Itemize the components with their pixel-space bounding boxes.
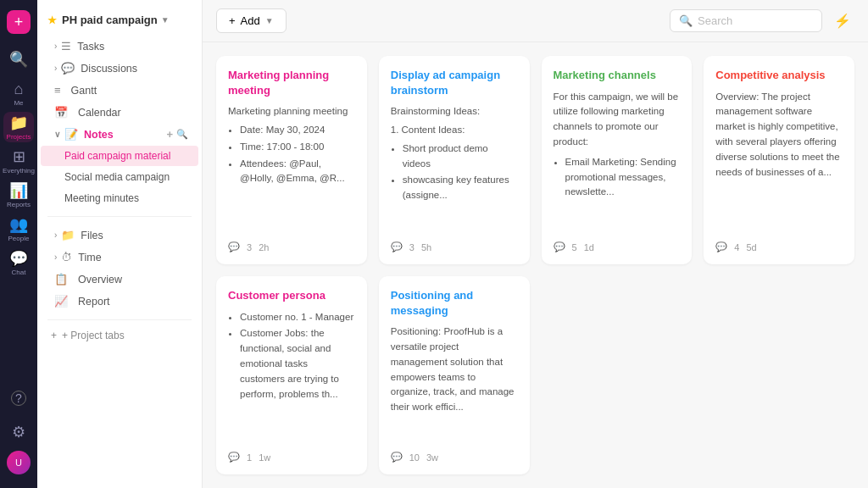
notes-label: Notes [84, 129, 114, 141]
calendar-icon: 📅 [54, 106, 68, 119]
sidebar-item-people[interactable]: 👥 People [3, 214, 34, 244]
note-card-marketing-channels[interactable]: Marketing channels For this campaign, we… [542, 56, 693, 264]
card-body: Positioning: ProofHub is a versatile pro… [391, 324, 518, 445]
notes-grid: Marketing planning meeting Marketing pla… [203, 42, 868, 488]
project-chevron-icon: ▼ [161, 15, 170, 25]
comment-icon: 💬 [391, 452, 403, 463]
reports-label: Reports [7, 201, 31, 208]
paid-campaign-label: Paid campaign material [64, 150, 170, 162]
chevron-icon: › [54, 64, 57, 73]
divider-2 [47, 319, 192, 320]
calendar-label: Calendar [78, 107, 121, 119]
sidebar-item-calendar[interactable]: 📅 Calendar [41, 102, 198, 123]
sidebar-item-tasks[interactable]: › ☰ Tasks [41, 36, 198, 57]
meeting-minutes-label: Meeting minutes [64, 192, 139, 204]
sidebar-item-search[interactable]: 🔍 [3, 44, 34, 75]
sidebar-item-report[interactable]: 📈 Report [41, 291, 198, 312]
note-card-positioning[interactable]: Positioning and messaging Positioning: P… [379, 276, 530, 474]
global-add-button[interactable]: + [7, 10, 31, 34]
time-ago: 3w [426, 452, 438, 463]
divider [47, 216, 192, 217]
notes-icon: 📝 [64, 128, 78, 141]
main-nav: › ☰ Tasks › 💬 Discussions ≡ Gantt 📅 Cale… [37, 33, 202, 211]
settings-button[interactable]: ⚙ [3, 417, 34, 447]
card-title: Marketing planning meeting [228, 68, 355, 97]
sidebar-item-everything[interactable]: ⊞ Everything [3, 146, 34, 176]
sidebar-item-gantt[interactable]: ≡ Gantt [41, 80, 198, 101]
card-body: Marketing planning meeting Date: May 30,… [228, 104, 355, 235]
sidebar-subitem-social-media[interactable]: Social media campaign [41, 167, 198, 187]
people-icon: 👥 [9, 215, 28, 234]
comment-icon: 💬 [228, 452, 240, 463]
sidebar-item-discussions[interactable]: › 💬 Discussions [41, 58, 198, 79]
note-card-competitive-analysis[interactable]: Competitive analysis Overview: The proje… [704, 56, 854, 264]
note-card-customer-persona[interactable]: Customer persona Customer no. 1 - Manage… [216, 276, 367, 474]
time-ago: 5h [421, 242, 431, 252]
everything-icon: ⊞ [13, 147, 25, 166]
time-ago: 2h [259, 242, 269, 252]
search-bar[interactable]: 🔍 Search [670, 9, 822, 32]
icon-bar: + 🔍 ⌂ Me 📁 Projects ⊞ Everything 📊 Repor… [0, 0, 37, 488]
projects-label: Projects [7, 133, 31, 141]
discussions-label: Discussions [81, 63, 137, 75]
project-header[interactable]: ★ PH paid campaign ▼ [37, 7, 202, 33]
gantt-icon: ≡ [54, 84, 61, 97]
time-icon: ⏱ [61, 251, 72, 263]
help-button[interactable]: ? [3, 383, 34, 413]
comment-icon: 💬 [554, 241, 565, 252]
sidebar-item-overview[interactable]: 📋 Overview [41, 269, 198, 290]
notes-add-icon[interactable]: + [166, 128, 173, 141]
user-avatar[interactable]: U [7, 451, 31, 474]
card-title: Positioning and messaging [391, 288, 518, 318]
overview-label: Overview [78, 274, 122, 286]
sidebar-item-notes[interactable]: ∨ 📝 Notes + 🔍 [41, 124, 198, 145]
help-icon: ? [11, 391, 26, 406]
sidebar-item-chat[interactable]: 💬 Chat [3, 247, 34, 278]
chevron-icon: › [54, 252, 57, 262]
search-icon: 🔍 [9, 50, 28, 69]
sidebar: ★ PH paid campaign ▼ › ☰ Tasks › 💬 Discu… [37, 0, 203, 488]
sidebar-item-reports[interactable]: 📊 Reports [3, 180, 34, 210]
comment-count: 3 [247, 242, 252, 252]
add-chevron-icon: ▼ [265, 16, 274, 25]
note-card-display-ad[interactable]: Display ad campaign brainstorm Brainstor… [379, 56, 530, 264]
sidebar-item-projects[interactable]: 📁 Projects [3, 112, 34, 142]
sidebar-item-me[interactable]: ⌂ Me [3, 78, 34, 108]
tasks-label: Tasks [77, 41, 104, 53]
overview-icon: 📋 [54, 273, 68, 286]
avatar-initials: U [15, 458, 22, 468]
add-project-tabs[interactable]: + + Project tabs [37, 325, 202, 346]
chevron-icon: › [54, 42, 57, 51]
comment-icon: 💬 [228, 241, 240, 252]
sidebar-item-time[interactable]: › ⏱ Time [41, 247, 198, 268]
comment-count: 4 [734, 242, 739, 252]
reports-icon: 📊 [9, 181, 28, 200]
star-icon: ★ [47, 14, 57, 26]
sidebar-subitem-paid-campaign[interactable]: Paid campaign material [41, 146, 198, 166]
chat-label: Chat [12, 269, 26, 276]
card-body: Overview: The project management softwar… [715, 90, 843, 235]
comment-icon: 💬 [391, 241, 403, 252]
note-card-marketing-planning[interactable]: Marketing planning meeting Marketing pla… [216, 56, 367, 264]
people-label: People [8, 235, 30, 242]
time-ago: 1d [584, 242, 594, 252]
plus-icon: + [51, 330, 57, 341]
comment-count: 3 [409, 242, 415, 252]
notes-search-icon[interactable]: 🔍 [176, 129, 188, 140]
sidebar-subitem-meeting-minutes[interactable]: Meeting minutes [41, 188, 198, 208]
sidebar-item-files[interactable]: › 📁 Files [41, 225, 198, 246]
filter-button[interactable]: ⚡ [831, 9, 854, 32]
card-footer: 💬 1 1w [228, 452, 355, 463]
search-placeholder: Search [698, 14, 732, 27]
card-title: Competitive analysis [715, 68, 843, 83]
card-footer: 💬 10 3w [391, 452, 518, 463]
comment-icon: 💬 [715, 241, 727, 252]
discussions-icon: 💬 [61, 62, 75, 75]
search-bar-icon: 🔍 [679, 14, 693, 27]
add-button[interactable]: + Add ▼ [216, 8, 287, 33]
bottom-nav: › 📁 Files › ⏱ Time 📋 Overview 📈 Report [37, 222, 202, 314]
files-label: Files [81, 230, 103, 241]
projects-icon: 📁 [9, 114, 28, 132]
card-body: Customer no. 1 - Manager Customer Jobs: … [228, 310, 355, 445]
report-label: Report [78, 296, 110, 308]
